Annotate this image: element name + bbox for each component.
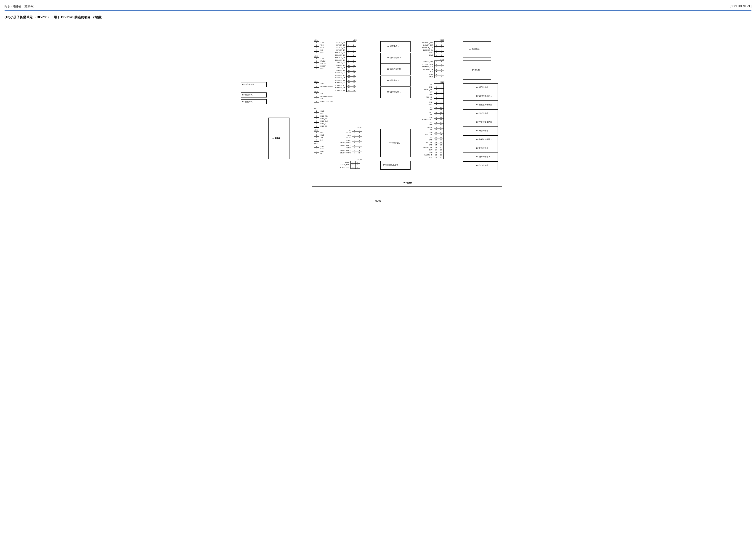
s-trayfull-label: BF 托盘已满传感器 — [476, 103, 492, 106]
header-rule — [5, 10, 751, 11]
yc7-header: YC7 — [314, 108, 318, 110]
yc13-header: YC13 — [358, 127, 362, 129]
yc3-header: YC3 — [314, 129, 318, 131]
yc1-header: YC1 — [314, 39, 318, 41]
s-vert-label: BF 垂直传输传感器 — [476, 121, 492, 123]
yc5-header: YC5 — [314, 143, 318, 145]
m-paperin-label: BF 纸张入口电机 — [387, 68, 401, 70]
yc5-pins: 13.3V2GND3GND45V — [314, 145, 325, 155]
s-blade-label: BF 剖板传感器 — [476, 147, 488, 149]
m-blade-label: BF 剖板电机 — [470, 48, 479, 50]
yc16-pins: FLDMOT_DIR11FLDMOT_ALM22FLDMOT_CLK33FLDM… — [421, 61, 444, 78]
s-adj2-label: BF 调节传感器 2 — [476, 156, 490, 158]
page-number: 9-39 — [5, 200, 751, 203]
main-board-label: DF 电路板 — [394, 182, 421, 184]
df-board-left-label: DF 电路板 — [272, 137, 280, 140]
sol-feed-label: BF 换向供纸电磁铁 — [383, 164, 398, 166]
s-adj1-label: BF 调节传感器 1 — [476, 86, 490, 89]
m-side1-label: BF 边对位电机 1 — [387, 90, 401, 93]
yc4-pins: 124V12FRONT COV SIG — [314, 82, 334, 88]
yc2-pins: 13.3V2SWCLK3SWDIO4RESET5GND — [314, 57, 327, 70]
m-adj1-label: BF 调节电机 1 — [387, 79, 399, 82]
circuit-diagram: DF 电路板 BF 左盖板开关 BF 到位开关 BF 托盘开关 DF 电路板 Y… — [234, 26, 522, 191]
yc10-header: YC10 — [353, 39, 358, 41]
s-entry-label: BF 入口传感器 — [476, 164, 488, 167]
yc17-pins: 24V2113FSOL_ATT223FSOL_HLD33 — [339, 161, 360, 169]
yc6-header: YC6 — [314, 90, 318, 92]
yc3-pins: 1GND2GND324V424V — [314, 131, 325, 141]
yc13-pins: 5V11STLS222GND33STLS144STHP55STMOT_OUT16… — [339, 129, 362, 154]
s-eject-label: BF 出纸传感器 — [476, 112, 488, 114]
s-paper-label: BF 纸张传感器 — [476, 129, 488, 132]
s-side2-label: BF 边对位传感器 2 — [476, 138, 492, 140]
yc10-pins: EXTMOT_2B11EXTMOT_1B22EXTMOT_2A33EXTMOT_… — [335, 41, 356, 92]
confidential-label: [CONFIDENTIAL] — [730, 5, 751, 9]
yc15-header: YC15 — [440, 39, 445, 41]
m-main-label: BF 主电机 — [472, 69, 480, 71]
m-staple-label: BF 装订电机 — [390, 141, 400, 144]
yc20-header: YC20 — [440, 81, 445, 83]
sw2-label: BF 到位开关 — [242, 93, 253, 96]
yc1-pins: 13.3V2TXD3RXD4N.C5GND — [314, 41, 325, 54]
s-side1-label: BF 边对位传感器 1 — [476, 95, 492, 97]
page-title: (10)小册子折叠单元 （BF-730）：用于 DF-7140 的选购项目 （增… — [5, 15, 751, 19]
m-side2-label: BF 边对位电机 2 — [387, 56, 401, 59]
sw3-label: BF 托盘开关 — [242, 100, 253, 103]
m-adj2-label: BF 调节电机 2 — [387, 45, 399, 47]
breadcrumb: 附录 > 电路图 （选购件） — [5, 5, 36, 9]
yc17-header: YC17 — [358, 159, 362, 161]
yc7-pins: 1GND2GND3ENG_RDY4ENG_SEL5ENG_CLK6ENG_DI7… — [314, 110, 329, 128]
yc20-pins: 5V11GND22BDLFT_HP335V44GND55WDL_HP665V77… — [421, 83, 444, 159]
yc15-pins: BLDMOT_BRK11BLDMOT_DIR22BLDMOT_CLK33BLDM… — [421, 41, 444, 57]
yc4-header: YC4 — [314, 80, 318, 82]
yc16-header: YC16 — [440, 58, 445, 60]
yc6-pins: 124V2FRONT COV SIG324V4EJECT COV SIG — [314, 92, 334, 103]
sw1-label: BF 左盖板开关 — [242, 83, 254, 86]
yc2-header: YC2 — [314, 55, 318, 57]
